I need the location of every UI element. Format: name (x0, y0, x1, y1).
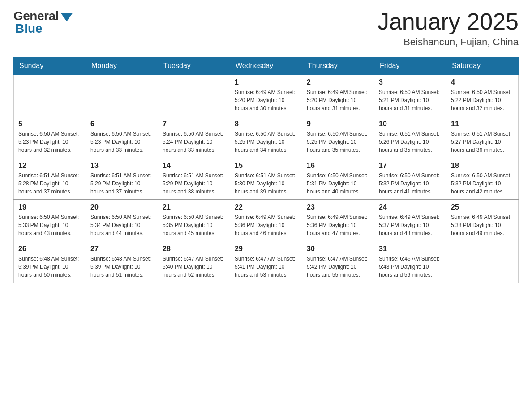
calendar-cell (14, 75, 86, 116)
day-info: Sunrise: 6:50 AM Sunset: 5:23 PM Dayligh… (90, 130, 153, 154)
day-number: 27 (90, 245, 153, 253)
day-info: Sunrise: 6:50 AM Sunset: 5:24 PM Dayligh… (163, 130, 225, 154)
day-number: 6 (90, 120, 153, 128)
calendar-cell: 29Sunrise: 6:47 AM Sunset: 5:41 PM Dayli… (230, 241, 302, 283)
day-number: 4 (451, 78, 514, 86)
calendar-cell: 14Sunrise: 6:51 AM Sunset: 5:29 PM Dayli… (158, 158, 230, 200)
calendar-header-saturday: Saturday (446, 57, 519, 75)
calendar-cell: 24Sunrise: 6:49 AM Sunset: 5:37 PM Dayli… (374, 200, 446, 241)
day-info: Sunrise: 6:47 AM Sunset: 5:42 PM Dayligh… (307, 255, 369, 279)
calendar-cell: 31Sunrise: 6:46 AM Sunset: 5:43 PM Dayli… (374, 241, 446, 283)
calendar-cell: 5Sunrise: 6:50 AM Sunset: 5:23 PM Daylig… (14, 116, 86, 158)
calendar-cell: 22Sunrise: 6:49 AM Sunset: 5:36 PM Dayli… (230, 200, 302, 241)
day-info: Sunrise: 6:48 AM Sunset: 5:39 PM Dayligh… (18, 255, 81, 279)
title-section: January 2025 Beishancun, Fujian, China (378, 9, 519, 48)
day-number: 17 (379, 162, 442, 170)
calendar-week-row: 19Sunrise: 6:50 AM Sunset: 5:33 PM Dayli… (14, 200, 519, 241)
calendar-cell: 28Sunrise: 6:47 AM Sunset: 5:40 PM Dayli… (158, 241, 230, 283)
calendar-cell: 3Sunrise: 6:50 AM Sunset: 5:21 PM Daylig… (374, 75, 446, 116)
day-info: Sunrise: 6:47 AM Sunset: 5:41 PM Dayligh… (235, 255, 297, 279)
day-info: Sunrise: 6:51 AM Sunset: 5:29 PM Dayligh… (90, 171, 153, 196)
day-info: Sunrise: 6:50 AM Sunset: 5:25 PM Dayligh… (307, 130, 369, 154)
day-info: Sunrise: 6:50 AM Sunset: 5:35 PM Dayligh… (163, 213, 225, 237)
day-info: Sunrise: 6:50 AM Sunset: 5:25 PM Dayligh… (235, 130, 297, 154)
calendar-cell: 27Sunrise: 6:48 AM Sunset: 5:39 PM Dayli… (86, 241, 158, 283)
calendar-cell: 23Sunrise: 6:49 AM Sunset: 5:36 PM Dayli… (302, 200, 374, 241)
calendar-cell: 20Sunrise: 6:50 AM Sunset: 5:34 PM Dayli… (86, 200, 158, 241)
day-number: 12 (18, 162, 81, 170)
calendar-header-thursday: Thursday (302, 57, 374, 75)
calendar-cell: 6Sunrise: 6:50 AM Sunset: 5:23 PM Daylig… (86, 116, 158, 158)
day-number: 1 (235, 78, 297, 86)
calendar-header-monday: Monday (86, 57, 158, 75)
day-number: 18 (451, 162, 514, 170)
day-info: Sunrise: 6:51 AM Sunset: 5:28 PM Dayligh… (18, 171, 81, 196)
calendar-cell: 17Sunrise: 6:50 AM Sunset: 5:32 PM Dayli… (374, 158, 446, 200)
calendar-week-row: 12Sunrise: 6:51 AM Sunset: 5:28 PM Dayli… (14, 158, 519, 200)
day-info: Sunrise: 6:49 AM Sunset: 5:20 PM Dayligh… (235, 88, 297, 112)
calendar-table: SundayMondayTuesdayWednesdayThursdayFrid… (13, 57, 519, 283)
day-number: 28 (163, 245, 225, 253)
logo-triangle-icon (60, 13, 73, 21)
calendar-week-row: 26Sunrise: 6:48 AM Sunset: 5:39 PM Dayli… (14, 241, 519, 283)
day-info: Sunrise: 6:47 AM Sunset: 5:40 PM Dayligh… (163, 255, 225, 279)
day-number: 15 (235, 162, 297, 170)
day-number: 20 (90, 203, 153, 211)
day-info: Sunrise: 6:49 AM Sunset: 5:37 PM Dayligh… (379, 213, 442, 237)
day-number: 24 (379, 203, 442, 211)
day-number: 5 (18, 120, 81, 128)
calendar-cell: 7Sunrise: 6:50 AM Sunset: 5:24 PM Daylig… (158, 116, 230, 158)
calendar-cell (158, 75, 230, 116)
day-info: Sunrise: 6:48 AM Sunset: 5:39 PM Dayligh… (90, 255, 153, 279)
calendar-week-row: 1Sunrise: 6:49 AM Sunset: 5:20 PM Daylig… (14, 75, 519, 116)
day-number: 11 (451, 120, 514, 128)
day-info: Sunrise: 6:50 AM Sunset: 5:21 PM Dayligh… (379, 88, 442, 112)
day-number: 3 (379, 78, 442, 86)
day-info: Sunrise: 6:51 AM Sunset: 5:26 PM Dayligh… (379, 130, 442, 154)
logo: General Blue (13, 9, 73, 36)
calendar-cell (86, 75, 158, 116)
day-number: 21 (163, 203, 225, 211)
day-number: 30 (307, 245, 369, 253)
day-number: 14 (163, 162, 225, 170)
day-info: Sunrise: 6:51 AM Sunset: 5:30 PM Dayligh… (235, 171, 297, 196)
day-number: 2 (307, 78, 369, 86)
location-text: Beishancun, Fujian, China (378, 36, 519, 48)
calendar-cell (446, 241, 519, 283)
calendar-cell: 18Sunrise: 6:50 AM Sunset: 5:32 PM Dayli… (446, 158, 519, 200)
day-info: Sunrise: 6:50 AM Sunset: 5:31 PM Dayligh… (307, 171, 369, 196)
calendar-header-friday: Friday (374, 57, 446, 75)
calendar-cell: 15Sunrise: 6:51 AM Sunset: 5:30 PM Dayli… (230, 158, 302, 200)
calendar-cell: 8Sunrise: 6:50 AM Sunset: 5:25 PM Daylig… (230, 116, 302, 158)
day-info: Sunrise: 6:49 AM Sunset: 5:38 PM Dayligh… (451, 213, 514, 237)
calendar-cell: 1Sunrise: 6:49 AM Sunset: 5:20 PM Daylig… (230, 75, 302, 116)
day-info: Sunrise: 6:50 AM Sunset: 5:32 PM Dayligh… (379, 171, 442, 196)
calendar-cell: 16Sunrise: 6:50 AM Sunset: 5:31 PM Dayli… (302, 158, 374, 200)
day-number: 26 (18, 245, 81, 253)
day-info: Sunrise: 6:50 AM Sunset: 5:23 PM Dayligh… (18, 130, 81, 154)
calendar-cell: 10Sunrise: 6:51 AM Sunset: 5:26 PM Dayli… (374, 116, 446, 158)
day-info: Sunrise: 6:50 AM Sunset: 5:34 PM Dayligh… (90, 213, 153, 237)
calendar-cell: 13Sunrise: 6:51 AM Sunset: 5:29 PM Dayli… (86, 158, 158, 200)
day-info: Sunrise: 6:46 AM Sunset: 5:43 PM Dayligh… (379, 255, 442, 279)
day-number: 19 (18, 203, 81, 211)
day-number: 7 (163, 120, 225, 128)
page-header: General Blue January 2025 Beishancun, Fu… (13, 9, 519, 48)
day-info: Sunrise: 6:49 AM Sunset: 5:36 PM Dayligh… (307, 213, 369, 237)
day-info: Sunrise: 6:49 AM Sunset: 5:36 PM Dayligh… (235, 213, 297, 237)
day-number: 29 (235, 245, 297, 253)
day-number: 25 (451, 203, 514, 211)
day-number: 16 (307, 162, 369, 170)
calendar-cell: 19Sunrise: 6:50 AM Sunset: 5:33 PM Dayli… (14, 200, 86, 241)
calendar-week-row: 5Sunrise: 6:50 AM Sunset: 5:23 PM Daylig… (14, 116, 519, 158)
calendar-cell: 4Sunrise: 6:50 AM Sunset: 5:22 PM Daylig… (446, 75, 519, 116)
day-info: Sunrise: 6:51 AM Sunset: 5:27 PM Dayligh… (451, 130, 514, 154)
day-info: Sunrise: 6:51 AM Sunset: 5:29 PM Dayligh… (163, 171, 225, 196)
day-info: Sunrise: 6:50 AM Sunset: 5:33 PM Dayligh… (18, 213, 81, 237)
day-number: 10 (379, 120, 442, 128)
calendar-cell: 21Sunrise: 6:50 AM Sunset: 5:35 PM Dayli… (158, 200, 230, 241)
day-info: Sunrise: 6:50 AM Sunset: 5:32 PM Dayligh… (451, 171, 514, 196)
day-number: 13 (90, 162, 153, 170)
calendar-header-sunday: Sunday (14, 57, 86, 75)
calendar-cell: 9Sunrise: 6:50 AM Sunset: 5:25 PM Daylig… (302, 116, 374, 158)
